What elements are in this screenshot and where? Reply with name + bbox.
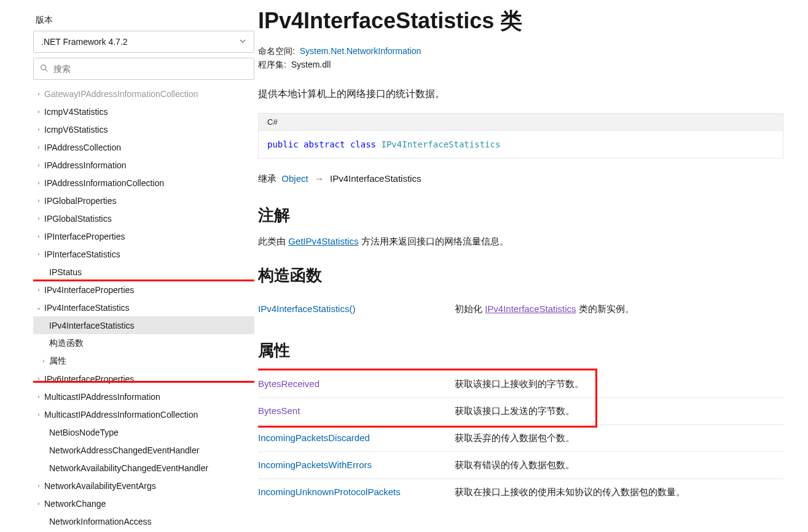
chevron-right-icon: › bbox=[36, 233, 42, 240]
chevron-right-icon: › bbox=[36, 90, 42, 97]
table-row: IncomingPacketsWithErrors获取有错误的传入数据包数。 bbox=[258, 452, 783, 479]
main-content: IPv4InterfaceStatistics 类 命名空间: System.N… bbox=[258, 0, 808, 532]
assembly-row: 程序集: System.dll bbox=[258, 60, 783, 71]
tree-item[interactable]: ›IPAddressInformation bbox=[33, 156, 254, 174]
table-row: BytesReceived获取该接口上接收到的字节数。 bbox=[258, 371, 783, 398]
version-select[interactable]: .NET Framework 4.7.2 bbox=[33, 31, 254, 53]
tree-item[interactable]: ›IPGlobalStatistics bbox=[33, 209, 254, 227]
notes-heading: 注解 bbox=[258, 205, 783, 226]
tree-item-label: IPAddressCollection bbox=[44, 143, 121, 152]
version-value: .NET Framework 4.7.2 bbox=[41, 37, 128, 47]
chevron-right-icon: › bbox=[36, 162, 42, 168]
chevron-right-icon: › bbox=[36, 215, 42, 222]
tree-item-label: NetworkAvailabilityChangedEventHandler bbox=[49, 463, 208, 473]
tree-item-label: IPv6InterfaceProperties bbox=[44, 374, 134, 384]
inheritance: 继承 Object → IPv4InterfaceStatistics bbox=[258, 173, 783, 185]
ctor-link[interactable]: IPv4InterfaceStatistics() bbox=[258, 303, 355, 314]
tree-item-label: IPAddressInformation bbox=[44, 160, 127, 170]
chevron-right-icon: › bbox=[36, 126, 42, 133]
property-desc: 获取该接口上接收到的字节数。 bbox=[455, 371, 783, 398]
search-icon bbox=[40, 64, 53, 74]
tree-item-label: MulticastIPAddressInformationCollection bbox=[44, 410, 198, 420]
tree-item[interactable]: ›IPInterfaceProperties bbox=[33, 227, 254, 245]
tree-item[interactable]: ›NetworkAvailabilityChangedEventHandler bbox=[33, 459, 254, 477]
tree-item[interactable]: ›IPAddressCollection bbox=[33, 138, 254, 156]
property-desc: 获取有错误的传入数据包数。 bbox=[455, 452, 783, 479]
namespace-link[interactable]: System.Net.NetworkInformation bbox=[300, 46, 422, 56]
tree-item[interactable]: ›NetworkChange bbox=[33, 495, 254, 512]
tree-item[interactable]: ›构造函数 bbox=[33, 334, 254, 352]
property-desc: 获取该接口上发送的字节数。 bbox=[455, 398, 783, 425]
tree-item[interactable]: ›IPInterfaceStatistics bbox=[33, 245, 254, 263]
arrow-icon: → bbox=[315, 173, 324, 184]
tree-item-label: IPInterfaceProperties bbox=[44, 232, 125, 241]
version-label: 版本 bbox=[33, 15, 258, 26]
chevron-down-icon: ⌄ bbox=[36, 304, 42, 311]
table-row: IncomingPacketsDiscarded获取丢弃的传入数据包个数。 bbox=[258, 425, 783, 452]
notes-text: 此类由 GetIPv4Statistics 方法用来返回接口的网络流量信息。 bbox=[258, 236, 783, 248]
tree-item[interactable]: ›IPv6InterfaceProperties bbox=[33, 370, 254, 388]
property-link[interactable]: BytesSent bbox=[258, 405, 300, 416]
tree-item[interactable]: ›IPv4InterfaceProperties bbox=[33, 281, 254, 299]
tree-item-label: IcmpV6Statistics bbox=[44, 125, 108, 135]
tree-item-label: IPStatus bbox=[49, 267, 82, 277]
tree-item-label: NetworkInformationAccess bbox=[49, 517, 152, 526]
inherit-base-link[interactable]: Object bbox=[281, 173, 308, 184]
property-link[interactable]: IncomingUnknownProtocolPackets bbox=[258, 487, 401, 497]
tree-item[interactable]: ›NetworkAddressChangedEventHandler bbox=[33, 441, 254, 459]
tree-item[interactable]: ›GatewayIPAddressInformationCollection bbox=[33, 85, 254, 103]
tree-item[interactable]: ›IPv4InterfaceStatistics bbox=[33, 316, 254, 334]
property-desc: 获取在接口上接收的使用未知协议的传入数据包的数量。 bbox=[455, 479, 783, 506]
chevron-right-icon: › bbox=[36, 286, 42, 293]
tree-item[interactable]: ›IcmpV6Statistics bbox=[33, 120, 254, 138]
svg-line-1 bbox=[45, 69, 48, 71]
chevron-right-icon: › bbox=[36, 251, 42, 257]
tree-item[interactable]: ›MulticastIPAddressInformation bbox=[33, 388, 254, 405]
tree-item-label: 属性 bbox=[49, 356, 66, 367]
chevron-right-icon: › bbox=[36, 144, 42, 151]
table-row: BytesSent获取该接口上发送的字节数。 bbox=[258, 398, 783, 425]
tree-item-label: NetworkAvailabilityEventArgs bbox=[44, 481, 156, 491]
summary: 提供本地计算机上的网络接口的统计数据。 bbox=[258, 88, 783, 101]
code-body: public abstract class IPv4InterfaceStati… bbox=[259, 131, 783, 158]
property-link[interactable]: IncomingPacketsWithErrors bbox=[258, 460, 372, 470]
chevron-right-icon: › bbox=[36, 482, 42, 489]
tree-item[interactable]: ›NetBiosNodeType bbox=[33, 423, 254, 441]
ctor-desc: 初始化 IPv4InterfaceStatistics 类的新实例。 bbox=[455, 296, 783, 323]
ctor-desc-link[interactable]: IPv4InterfaceStatistics bbox=[485, 303, 576, 314]
tree-item[interactable]: ⌄IPv4InterfaceStatistics bbox=[33, 299, 254, 316]
tree-item-label: MulticastIPAddressInformation bbox=[44, 392, 160, 402]
tree-item-label: IcmpV4Statistics bbox=[44, 107, 108, 117]
chevron-right-icon: › bbox=[36, 393, 42, 400]
property-link[interactable]: BytesReceived bbox=[258, 378, 320, 389]
tree-item-label: IPGlobalStatistics bbox=[44, 214, 112, 224]
constructors-table: IPv4InterfaceStatistics() 初始化 IPv4Interf… bbox=[258, 296, 783, 323]
notes-link[interactable]: GetIPv4Statistics bbox=[288, 236, 358, 246]
nav-tree[interactable]: ›GatewayIPAddressInformationCollection›I… bbox=[33, 85, 254, 527]
tree-item-label: NetworkChange bbox=[44, 499, 106, 509]
code-block: C# public abstract class IPv4InterfaceSt… bbox=[258, 113, 783, 158]
tree-item[interactable]: ›NetworkAvailabilityEventArgs bbox=[33, 477, 254, 495]
tree-item-label: GatewayIPAddressInformationCollection bbox=[44, 89, 198, 99]
tree-item[interactable]: ›属性 bbox=[33, 352, 254, 370]
tree-item[interactable]: ›IPAddressInformationCollection bbox=[33, 174, 254, 192]
code-lang: C# bbox=[259, 114, 783, 131]
tree-item[interactable]: ›NetworkInformationAccess bbox=[33, 512, 254, 527]
tree-item[interactable]: ›IcmpV4Statistics bbox=[33, 103, 254, 120]
tree-item-label: 构造函数 bbox=[49, 338, 84, 349]
chevron-right-icon: › bbox=[41, 358, 47, 364]
tree-item-label: IPv4InterfaceStatistics bbox=[44, 303, 130, 313]
search-box[interactable] bbox=[33, 58, 254, 80]
property-link[interactable]: IncomingPacketsDiscarded bbox=[258, 432, 370, 443]
tree-item[interactable]: ›IPGlobalProperties bbox=[33, 192, 254, 209]
sidebar: 版本 .NET Framework 4.7.2 ›GatewayIPAddres… bbox=[0, 0, 258, 532]
tree-item[interactable]: ›MulticastIPAddressInformationCollection bbox=[33, 405, 254, 423]
tree-item[interactable]: ›IPStatus bbox=[33, 263, 254, 281]
chevron-right-icon: › bbox=[36, 375, 42, 382]
chevron-right-icon: › bbox=[36, 179, 42, 186]
chevron-right-icon: › bbox=[36, 197, 42, 204]
properties-table: BytesReceived获取该接口上接收到的字节数。BytesSent获取该接… bbox=[258, 371, 783, 506]
search-input[interactable] bbox=[53, 64, 248, 74]
properties-heading: 属性 bbox=[258, 340, 783, 361]
tree-item-label: NetBiosNodeType bbox=[49, 428, 119, 437]
